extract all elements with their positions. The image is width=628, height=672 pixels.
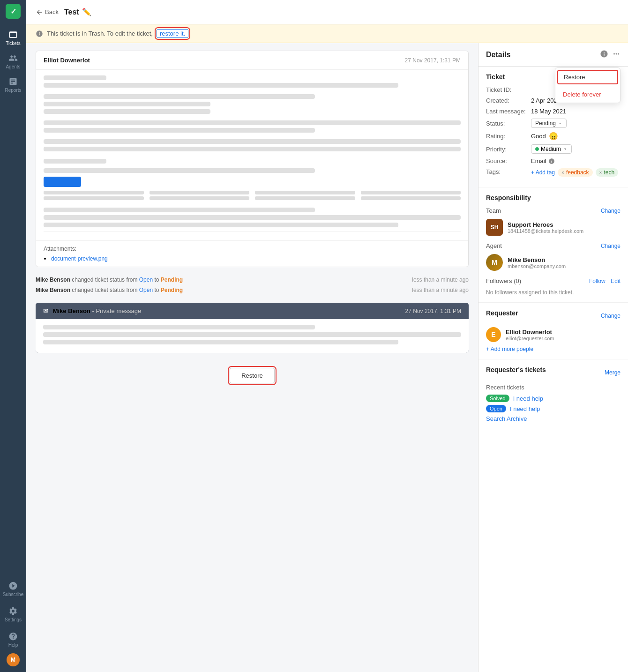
rating-value: Good xyxy=(531,133,546,140)
table-header-blur xyxy=(44,191,461,194)
avatar[interactable]: M xyxy=(7,653,20,666)
requester-row-header: Requester Change xyxy=(486,309,621,322)
tag-feedback-remove[interactable]: × xyxy=(561,170,564,175)
source-info: Email xyxy=(531,157,555,164)
follow-link[interactable]: Follow xyxy=(589,278,606,284)
bottom-restore-area: Restore xyxy=(36,360,469,391)
more-icon-btn[interactable] xyxy=(612,50,621,60)
blur-line-3 xyxy=(44,94,315,99)
ticket-2-badge: Open xyxy=(486,405,506,412)
requester-ticket-1: Solved I need help xyxy=(486,395,621,402)
sidebar-settings-label: Settings xyxy=(5,617,22,622)
dropdown-restore[interactable]: Restore xyxy=(557,70,618,84)
requester-change-link[interactable]: Change xyxy=(601,313,621,319)
tag-feedback: × feedback xyxy=(558,168,593,177)
agent-label: Agent xyxy=(486,242,502,249)
activity-text-2: Mike Benson changed ticket status from O… xyxy=(36,287,183,293)
blue-highlight-block xyxy=(44,177,81,187)
team-row-header: Team Change xyxy=(486,207,621,214)
status-label: Status: xyxy=(486,120,528,127)
blur-line-10 xyxy=(44,159,106,164)
no-followers-text: No followers assigned to this ticket. xyxy=(486,289,621,296)
source-value: Email xyxy=(531,157,546,164)
agent-name: Mike Benson xyxy=(508,256,566,263)
priority-dropdown[interactable]: Medium xyxy=(531,144,572,154)
rating-emoji: 😠 xyxy=(549,132,558,141)
requester-tickets-section: Requester's tickets Merge Recent tickets… xyxy=(478,359,628,429)
tag-tech-label: tech xyxy=(604,169,614,176)
blur-line-11 xyxy=(44,168,315,173)
team-avatar: SH xyxy=(486,219,503,236)
activity-text-1: Mike Benson changed ticket status from O… xyxy=(36,276,183,283)
edit-title-icon[interactable]: ✏️ xyxy=(82,7,91,16)
status-dropdown[interactable]: Pending xyxy=(531,119,567,128)
topbar: Back Test ✏️ xyxy=(26,0,628,24)
followers-edit-link[interactable]: Edit xyxy=(611,278,621,284)
search-archive-link[interactable]: Search Archive xyxy=(486,415,621,422)
info-icon xyxy=(36,30,43,37)
tag-tech-remove[interactable]: × xyxy=(599,170,602,175)
ticket-1-link[interactable]: I need help xyxy=(513,395,543,402)
activity-line-2: Mike Benson changed ticket status from O… xyxy=(36,285,469,295)
status-chevron-icon xyxy=(558,121,562,126)
blur-line-13 xyxy=(44,215,461,220)
ticket-title-text: Test xyxy=(64,8,79,16)
team-email: 18411458@tickets.helpdesk.com xyxy=(508,228,583,234)
merge-link[interactable]: Merge xyxy=(605,369,621,376)
private-header: ✉ Mike Benson - Private message 27 Nov 2… xyxy=(36,303,469,319)
sidebar-item-settings[interactable]: Settings xyxy=(0,603,26,626)
requester-row: E Elliot Downerlot elliot@requester.com xyxy=(486,327,621,342)
message-header: Elliot Downerlot 27 Nov 2017, 1:31 PM xyxy=(36,51,468,70)
followers-row-header: Followers (0) Follow Edit xyxy=(486,277,621,284)
sidebar-item-reports-label: Reports xyxy=(5,88,21,93)
private-body xyxy=(36,319,469,353)
private-time: 27 Nov 2017, 1:31 PM xyxy=(405,308,461,314)
created-label: Created: xyxy=(486,97,528,104)
sidebar-item-tickets[interactable]: Tickets xyxy=(0,26,26,50)
activity-author-1: Mike Benson xyxy=(36,276,70,283)
sidebar-item-reports[interactable]: Reports xyxy=(0,73,26,97)
blur-line-14 xyxy=(44,223,398,227)
requester-email: elliot@requester.com xyxy=(506,336,554,341)
activity-author-2: Mike Benson xyxy=(36,287,70,293)
add-more-people[interactable]: + Add more poeple xyxy=(486,346,621,352)
requester-section: Requester Change E Elliot Downerlot elli… xyxy=(478,303,628,359)
tags-label: Tags: xyxy=(486,168,528,175)
tags-row: + Add tag × feedback × tech xyxy=(531,168,618,177)
dropdown-delete[interactable]: Delete forever xyxy=(555,86,620,103)
status-to-1: Pending xyxy=(161,276,183,283)
ticket-2-link[interactable]: I need help xyxy=(510,405,540,412)
restore-inline-link[interactable]: restore it. xyxy=(157,29,188,38)
priority-dot xyxy=(535,147,539,151)
private-blur-3 xyxy=(43,340,398,344)
logo[interactable]: ✓ xyxy=(6,4,21,19)
blur-line-12 xyxy=(44,208,315,212)
back-button[interactable]: Back xyxy=(36,8,59,16)
team-change-link[interactable]: Change xyxy=(601,208,621,214)
priority-label: Priority: xyxy=(486,146,528,153)
message-time: 27 Nov 2017, 1:31 PM xyxy=(405,57,461,64)
blur-line-2 xyxy=(44,83,398,88)
followers-label: Followers (0) xyxy=(486,277,521,284)
bottom-restore-button[interactable]: Restore xyxy=(230,368,275,383)
sidebar-item-agents[interactable]: Agents xyxy=(0,50,26,73)
attachment-link[interactable]: document-preview.png xyxy=(51,255,108,262)
conversation: Elliot Downerlot 27 Nov 2017, 1:31 PM xyxy=(26,43,478,672)
table-cell-4 xyxy=(361,191,461,194)
add-tag-btn[interactable]: + Add tag xyxy=(531,169,555,176)
tag-tech: × tech xyxy=(596,168,619,177)
detail-row-status: Status: Pending xyxy=(486,119,621,128)
dropdown-menu: Restore Delete forever xyxy=(555,67,621,103)
responsibility-title: Responsibility xyxy=(486,194,621,202)
followers-actions: Follow Edit xyxy=(589,277,621,284)
attachments-section: Attachments: document-preview.png xyxy=(36,240,468,267)
sidebar-item-subscribe[interactable]: Subscribe xyxy=(0,577,26,601)
activity-line-1: Mike Benson changed ticket status from O… xyxy=(36,275,469,285)
table-cell-8 xyxy=(361,196,461,200)
agent-change-link[interactable]: Change xyxy=(601,243,621,249)
sidebar-item-help[interactable]: Help xyxy=(0,628,26,651)
requester-title: Requester xyxy=(486,309,518,317)
rating-label: Rating: xyxy=(486,133,528,140)
info-icon-btn[interactable] xyxy=(600,50,608,60)
detail-row-tags: Tags: + Add tag × feedback × tech xyxy=(486,168,621,177)
